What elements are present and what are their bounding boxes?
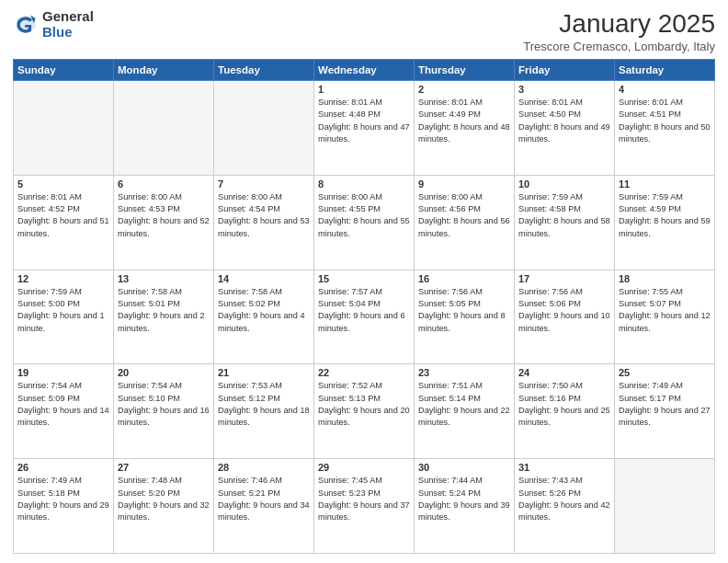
day-number: 6 <box>118 178 210 190</box>
cell-w2-d1: 6Sunrise: 8:00 AMSunset: 4:53 PMDaylight… <box>114 175 214 270</box>
day-number: 9 <box>418 178 510 190</box>
day-info: Sunrise: 7:48 AMSunset: 5:20 PMDaylight:… <box>118 475 210 523</box>
cell-w5-d5: 31Sunrise: 7:43 AMSunset: 5:26 PMDayligh… <box>515 459 615 554</box>
day-number: 25 <box>619 367 711 378</box>
day-number: 3 <box>518 84 610 95</box>
col-monday: Monday <box>114 60 214 81</box>
day-number: 20 <box>118 367 210 378</box>
cell-w2-d4: 9Sunrise: 8:00 AMSunset: 4:56 PMDaylight… <box>415 175 515 270</box>
col-wednesday: Wednesday <box>314 60 415 81</box>
cell-w5-d0: 26Sunrise: 7:49 AMSunset: 5:18 PMDayligh… <box>14 459 114 554</box>
cell-w4-d5: 24Sunrise: 7:50 AMSunset: 5:16 PMDayligh… <box>515 364 615 459</box>
cell-w5-d4: 30Sunrise: 7:44 AMSunset: 5:24 PMDayligh… <box>415 459 515 554</box>
day-number: 5 <box>17 178 109 190</box>
day-info: Sunrise: 8:01 AMSunset: 4:49 PMDaylight:… <box>418 97 510 145</box>
day-number: 10 <box>518 178 610 190</box>
logo-blue-text: Blue <box>42 25 94 40</box>
cell-w5-d6 <box>615 459 715 554</box>
day-info: Sunrise: 7:46 AMSunset: 5:21 PMDaylight:… <box>218 475 310 523</box>
cell-w1-d2 <box>214 81 314 176</box>
cell-w3-d1: 13Sunrise: 7:58 AMSunset: 5:01 PMDayligh… <box>114 270 214 364</box>
col-saturday: Saturday <box>615 60 715 81</box>
day-number: 21 <box>218 367 310 378</box>
cell-w2-d6: 11Sunrise: 7:59 AMSunset: 4:59 PMDayligh… <box>615 175 715 270</box>
cell-w2-d5: 10Sunrise: 7:59 AMSunset: 4:58 PMDayligh… <box>515 175 615 270</box>
day-info: Sunrise: 7:55 AMSunset: 5:07 PMDaylight:… <box>619 286 711 335</box>
day-number: 1 <box>318 84 410 95</box>
day-number: 11 <box>619 178 711 190</box>
cell-w1-d0 <box>14 81 114 176</box>
day-info: Sunrise: 7:57 AMSunset: 5:04 PMDaylight:… <box>318 286 410 335</box>
day-number: 23 <box>418 367 510 378</box>
cell-w1-d3: 1Sunrise: 8:01 AMSunset: 4:48 PMDaylight… <box>314 81 415 176</box>
day-number: 16 <box>418 273 510 284</box>
cell-w3-d0: 12Sunrise: 7:59 AMSunset: 5:00 PMDayligh… <box>14 270 114 364</box>
day-number: 19 <box>17 367 109 378</box>
day-info: Sunrise: 8:00 AMSunset: 4:54 PMDaylight:… <box>218 191 310 240</box>
day-number: 30 <box>418 462 510 473</box>
logo: General Blue <box>13 9 94 40</box>
cell-w1-d6: 4Sunrise: 8:01 AMSunset: 4:51 PMDaylight… <box>615 81 715 176</box>
day-info: Sunrise: 7:54 AMSunset: 5:10 PMDaylight:… <box>118 380 210 429</box>
cell-w4-d6: 25Sunrise: 7:49 AMSunset: 5:17 PMDayligh… <box>615 364 715 459</box>
day-info: Sunrise: 7:58 AMSunset: 5:01 PMDaylight:… <box>118 286 210 335</box>
day-info: Sunrise: 7:49 AMSunset: 5:17 PMDaylight:… <box>619 380 711 429</box>
day-info: Sunrise: 7:50 AMSunset: 5:16 PMDaylight:… <box>518 380 610 429</box>
title-block: January 2025 Trescore Cremasco, Lombardy… <box>523 9 715 53</box>
cell-w1-d4: 2Sunrise: 8:01 AMSunset: 4:49 PMDaylight… <box>415 81 515 176</box>
cell-w3-d3: 15Sunrise: 7:57 AMSunset: 5:04 PMDayligh… <box>314 270 415 364</box>
cell-w3-d5: 17Sunrise: 7:56 AMSunset: 5:06 PMDayligh… <box>515 270 615 364</box>
week-row-4: 19Sunrise: 7:54 AMSunset: 5:09 PMDayligh… <box>14 364 715 459</box>
day-number: 22 <box>318 367 410 378</box>
day-info: Sunrise: 7:43 AMSunset: 5:26 PMDaylight:… <box>518 475 610 523</box>
day-info: Sunrise: 7:45 AMSunset: 5:23 PMDaylight:… <box>318 475 410 523</box>
cell-w3-d4: 16Sunrise: 7:56 AMSunset: 5:05 PMDayligh… <box>415 270 515 364</box>
cell-w2-d0: 5Sunrise: 8:01 AMSunset: 4:52 PMDaylight… <box>14 175 114 270</box>
day-number: 12 <box>17 273 109 284</box>
day-number: 18 <box>619 273 711 284</box>
day-info: Sunrise: 8:00 AMSunset: 4:56 PMDaylight:… <box>418 191 510 240</box>
day-info: Sunrise: 7:51 AMSunset: 5:14 PMDaylight:… <box>418 380 510 429</box>
day-number: 28 <box>218 462 310 473</box>
day-number: 4 <box>619 84 711 95</box>
day-number: 26 <box>17 462 109 473</box>
day-number: 17 <box>518 273 610 284</box>
col-sunday: Sunday <box>14 60 114 81</box>
week-row-3: 12Sunrise: 7:59 AMSunset: 5:00 PMDayligh… <box>14 270 715 364</box>
calendar-table: Sunday Monday Tuesday Wednesday Thursday… <box>13 59 715 554</box>
header: General Blue January 2025 Trescore Crema… <box>13 9 715 53</box>
day-number: 7 <box>218 178 310 190</box>
day-info: Sunrise: 8:01 AMSunset: 4:48 PMDaylight:… <box>318 97 410 145</box>
cell-w3-d2: 14Sunrise: 7:58 AMSunset: 5:02 PMDayligh… <box>214 270 314 364</box>
day-number: 8 <box>318 178 410 190</box>
day-number: 24 <box>518 367 610 378</box>
cell-w5-d1: 27Sunrise: 7:48 AMSunset: 5:20 PMDayligh… <box>114 459 214 554</box>
day-info: Sunrise: 7:59 AMSunset: 4:59 PMDaylight:… <box>619 191 711 240</box>
day-number: 27 <box>118 462 210 473</box>
day-info: Sunrise: 7:56 AMSunset: 5:05 PMDaylight:… <box>418 286 510 335</box>
calendar-header-row: Sunday Monday Tuesday Wednesday Thursday… <box>14 60 715 81</box>
day-number: 15 <box>318 273 410 284</box>
cell-w4-d3: 22Sunrise: 7:52 AMSunset: 5:13 PMDayligh… <box>314 364 415 459</box>
day-info: Sunrise: 8:01 AMSunset: 4:52 PMDaylight:… <box>17 191 109 240</box>
day-info: Sunrise: 7:58 AMSunset: 5:02 PMDaylight:… <box>218 286 310 335</box>
day-number: 13 <box>118 273 210 284</box>
day-info: Sunrise: 8:01 AMSunset: 4:50 PMDaylight:… <box>518 97 610 145</box>
cell-w3-d6: 18Sunrise: 7:55 AMSunset: 5:07 PMDayligh… <box>615 270 715 364</box>
day-info: Sunrise: 7:49 AMSunset: 5:18 PMDaylight:… <box>17 475 109 523</box>
day-info: Sunrise: 7:59 AMSunset: 4:58 PMDaylight:… <box>518 191 610 240</box>
day-info: Sunrise: 7:54 AMSunset: 5:09 PMDaylight:… <box>17 380 109 429</box>
col-friday: Friday <box>515 60 615 81</box>
cell-w5-d3: 29Sunrise: 7:45 AMSunset: 5:23 PMDayligh… <box>314 459 415 554</box>
location-title: Trescore Cremasco, Lombardy, Italy <box>523 40 715 53</box>
cell-w1-d5: 3Sunrise: 8:01 AMSunset: 4:50 PMDaylight… <box>515 81 615 176</box>
cell-w1-d1 <box>114 81 214 176</box>
logo-general-text: General <box>42 9 94 25</box>
day-number: 29 <box>318 462 410 473</box>
day-number: 31 <box>518 462 610 473</box>
day-number: 14 <box>218 273 310 284</box>
day-info: Sunrise: 7:52 AMSunset: 5:13 PMDaylight:… <box>318 380 410 429</box>
day-info: Sunrise: 7:59 AMSunset: 5:00 PMDaylight:… <box>17 286 109 335</box>
day-info: Sunrise: 8:00 AMSunset: 4:53 PMDaylight:… <box>118 191 210 240</box>
day-info: Sunrise: 7:56 AMSunset: 5:06 PMDaylight:… <box>518 286 610 335</box>
